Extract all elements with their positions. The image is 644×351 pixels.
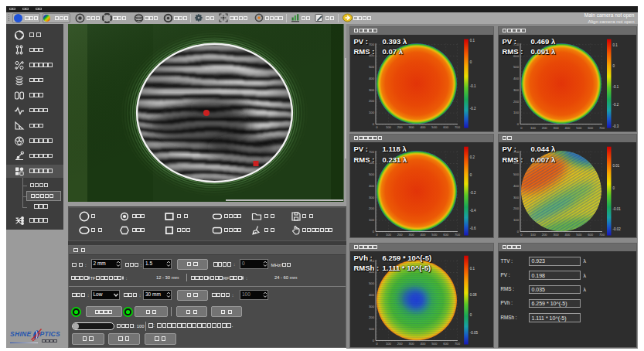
svg-text:400: 400 <box>564 233 571 237</box>
svg-text:0.1: 0.1 <box>469 266 475 270</box>
svg-text:500: 500 <box>576 125 582 129</box>
svg-text:300: 300 <box>553 125 559 129</box>
svg-text:100: 100 <box>530 125 536 129</box>
svg-text:500: 500 <box>369 281 375 285</box>
svg-text:100: 100 <box>369 327 375 331</box>
svg-text:-0.05: -0.05 <box>469 330 478 334</box>
svg-text:300: 300 <box>513 196 520 199</box>
svg-text:-0.01: -0.01 <box>612 207 621 211</box>
svg-text:600: 600 <box>443 125 449 129</box>
svg-text:0: 0 <box>612 64 615 68</box>
svg-text:500: 500 <box>431 233 438 237</box>
svg-text:0.1: 0.1 <box>612 43 618 47</box>
svg-text:300: 300 <box>369 304 375 308</box>
svg-text:0: 0 <box>520 233 523 237</box>
svg-text:400: 400 <box>513 77 520 80</box>
svg-text:400: 400 <box>368 76 374 80</box>
svg-text:200: 200 <box>368 206 374 210</box>
svg-text:300: 300 <box>553 233 559 237</box>
svg-text:500: 500 <box>368 65 374 69</box>
svg-text:100: 100 <box>513 218 520 222</box>
svg-text:0: 0 <box>469 173 472 177</box>
svg-text:400: 400 <box>369 293 375 297</box>
svg-text:300: 300 <box>408 342 414 346</box>
svg-text:0: 0 <box>520 125 523 129</box>
svg-text:200: 200 <box>513 206 520 210</box>
svg-text:400: 400 <box>564 125 571 129</box>
svg-text:600: 600 <box>443 233 449 237</box>
svg-text:0: 0 <box>376 342 378 346</box>
svg-text:300: 300 <box>368 196 374 199</box>
svg-text:0.01: 0.01 <box>612 164 619 168</box>
svg-text:-0.02: -0.02 <box>612 227 621 231</box>
svg-text:200: 200 <box>397 125 403 129</box>
svg-text:-0.1: -0.1 <box>469 84 475 88</box>
svg-text:100: 100 <box>368 111 374 114</box>
svg-text:700: 700 <box>368 42 374 46</box>
svg-text:700: 700 <box>454 342 460 346</box>
svg-text:0.1: 0.1 <box>469 39 475 43</box>
svg-text:200: 200 <box>397 233 403 237</box>
svg-text:100: 100 <box>513 111 520 114</box>
svg-text:0: 0 <box>376 125 378 129</box>
svg-text:400: 400 <box>420 233 426 237</box>
svg-text:0: 0 <box>612 186 615 190</box>
svg-text:500: 500 <box>431 125 438 129</box>
svg-text:-0.4: -0.4 <box>469 209 475 213</box>
svg-text:500: 500 <box>431 342 438 346</box>
svg-text:0: 0 <box>372 339 374 342</box>
svg-text:400: 400 <box>420 342 426 346</box>
svg-text:500: 500 <box>576 233 582 237</box>
svg-text:0: 0 <box>469 312 472 316</box>
svg-text:0: 0 <box>372 230 374 233</box>
svg-text:200: 200 <box>368 99 374 103</box>
svg-text:500: 500 <box>368 172 374 176</box>
svg-text:0: 0 <box>376 233 378 237</box>
svg-text:600: 600 <box>443 342 449 346</box>
svg-text:600: 600 <box>588 125 594 129</box>
svg-text:0: 0 <box>469 60 472 64</box>
svg-text:-0.6: -0.6 <box>469 227 475 230</box>
svg-text:600: 600 <box>588 233 594 237</box>
svg-text:400: 400 <box>513 184 520 188</box>
svg-text:0: 0 <box>516 230 519 233</box>
svg-text:200: 200 <box>369 315 375 319</box>
svg-text:300: 300 <box>408 233 414 237</box>
svg-text:200: 200 <box>541 233 547 237</box>
svg-text:700: 700 <box>599 125 605 129</box>
svg-text:-0.3: -0.3 <box>612 124 618 128</box>
svg-text:100: 100 <box>530 233 536 237</box>
svg-text:0: 0 <box>516 122 519 126</box>
svg-text:100: 100 <box>385 233 391 237</box>
svg-text:0.08: 0.08 <box>469 293 476 297</box>
svg-text:-0.1: -0.1 <box>612 85 618 89</box>
svg-text:400: 400 <box>420 125 426 129</box>
svg-text:700: 700 <box>598 233 605 237</box>
svg-text:0.2: 0.2 <box>469 155 475 158</box>
svg-text:-0.2: -0.2 <box>612 103 618 107</box>
svg-text:700: 700 <box>368 150 374 154</box>
svg-text:200: 200 <box>513 99 520 103</box>
svg-text:400: 400 <box>368 184 374 188</box>
svg-text:100: 100 <box>368 218 374 222</box>
svg-text:0: 0 <box>372 121 374 125</box>
svg-text:-0.2: -0.2 <box>469 191 475 195</box>
svg-text:500: 500 <box>513 172 520 176</box>
svg-text:100: 100 <box>385 125 391 129</box>
svg-text:500: 500 <box>513 65 520 69</box>
svg-text:200: 200 <box>541 125 547 129</box>
svg-text:300: 300 <box>368 87 374 91</box>
svg-text:100: 100 <box>385 342 391 346</box>
svg-text:200: 200 <box>397 342 403 346</box>
svg-text:300: 300 <box>408 125 414 129</box>
svg-text:300: 300 <box>513 87 520 91</box>
svg-text:700: 700 <box>454 233 460 237</box>
svg-text:700: 700 <box>454 125 460 129</box>
svg-text:-0.2: -0.2 <box>469 107 475 111</box>
